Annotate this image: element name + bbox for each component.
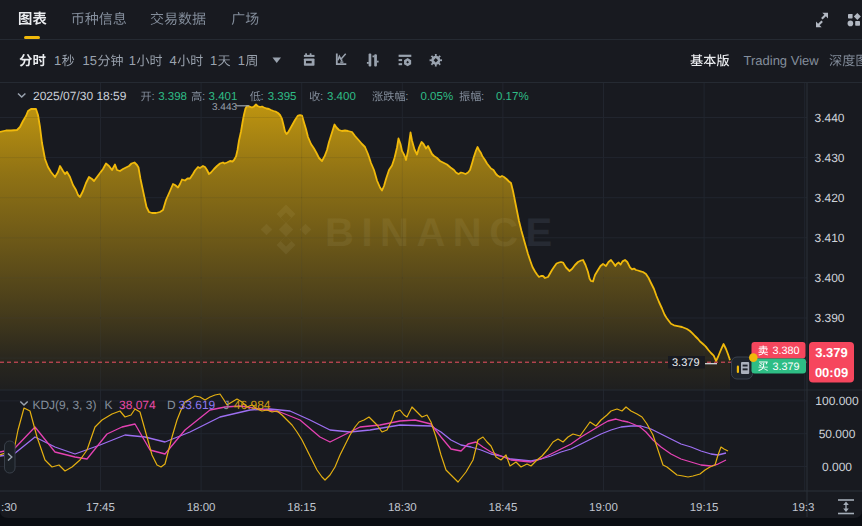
svg-text::: : xyxy=(202,91,205,103)
svg-text:00:09: 00:09 xyxy=(815,365,848,380)
svg-text:4: 4 xyxy=(170,53,177,68)
svg-text:19:15: 19:15 xyxy=(690,502,719,514)
svg-text:15: 15 xyxy=(83,53,97,68)
svg-text:1: 1 xyxy=(129,53,136,68)
svg-text:3.420: 3.420 xyxy=(814,191,844,205)
svg-text:19:3: 19:3 xyxy=(792,502,814,514)
svg-text:3.390: 3.390 xyxy=(814,311,844,325)
svg-text:3.430: 3.430 xyxy=(814,151,844,165)
svg-text:38.074: 38.074 xyxy=(119,398,156,412)
svg-text:3.400: 3.400 xyxy=(327,91,356,103)
svg-text::: : xyxy=(481,91,484,103)
svg-text:3.379: 3.379 xyxy=(672,357,700,369)
svg-text:100.000: 100.000 xyxy=(815,394,859,408)
svg-text:33.619: 33.619 xyxy=(179,398,216,412)
svg-text:J: J xyxy=(223,398,229,412)
svg-text:K: K xyxy=(104,398,112,412)
svg-text:1: 1 xyxy=(238,53,245,68)
svg-text:18:15: 18:15 xyxy=(287,502,316,514)
svg-text:0.05%: 0.05% xyxy=(421,91,454,103)
svg-text:18:45: 18:45 xyxy=(489,502,518,514)
svg-text:3.395: 3.395 xyxy=(268,91,297,103)
svg-text:3.400: 3.400 xyxy=(814,271,844,285)
svg-text:3.440: 3.440 xyxy=(814,111,844,125)
svg-text:3.379: 3.379 xyxy=(815,345,848,360)
svg-text:18:30: 18:30 xyxy=(388,502,417,514)
svg-text:18:00: 18:00 xyxy=(187,502,216,514)
svg-text:3.380: 3.380 xyxy=(772,345,799,357)
svg-text:1: 1 xyxy=(210,53,217,68)
svg-text:Trading View: Trading View xyxy=(744,53,820,68)
svg-text::: : xyxy=(405,91,408,103)
svg-text:0.17%: 0.17% xyxy=(496,91,529,103)
svg-text:3.401: 3.401 xyxy=(209,91,238,103)
svg-text::: : xyxy=(320,91,323,103)
svg-text:D: D xyxy=(167,398,176,412)
svg-text::: : xyxy=(151,91,154,103)
svg-text:17:45: 17:45 xyxy=(86,502,115,514)
svg-text:2025/07/30 18:59: 2025/07/30 18:59 xyxy=(33,89,127,103)
svg-text:1: 1 xyxy=(54,53,61,68)
svg-text:3.410: 3.410 xyxy=(814,231,844,245)
svg-text:KDJ(9, 3, 3): KDJ(9, 3, 3) xyxy=(32,398,96,412)
svg-text:3.398: 3.398 xyxy=(158,91,187,103)
svg-text:50.000: 50.000 xyxy=(819,427,856,441)
svg-text:19:00: 19:00 xyxy=(589,502,618,514)
svg-text:0.000: 0.000 xyxy=(822,460,852,474)
svg-text:46.984: 46.984 xyxy=(234,398,271,412)
svg-text:3.379: 3.379 xyxy=(772,361,799,373)
svg-text::30: :30 xyxy=(1,502,17,514)
svg-text::: : xyxy=(261,91,264,103)
